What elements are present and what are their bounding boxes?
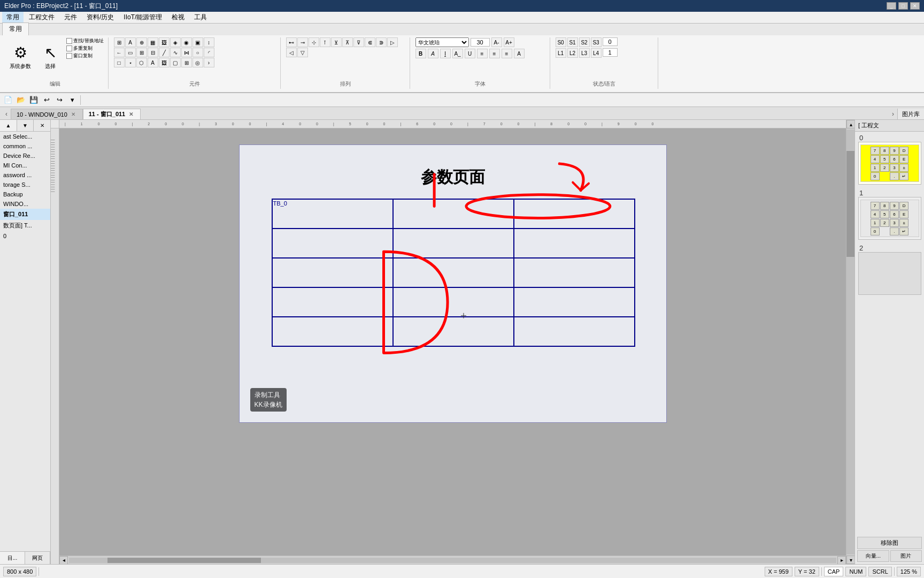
ribbon-btn-选择[interactable]: ↖ 选择 [36, 37, 64, 76]
align-btn-4[interactable]: ⊺ [320, 37, 330, 47]
menu-元件[interactable]: 元件 [60, 12, 81, 23]
font-special-btn[interactable]: A [514, 49, 525, 58]
checkbox-窗口[interactable] [66, 53, 72, 59]
font-bg-btn[interactable]: U [465, 49, 475, 58]
align-btn-2[interactable]: ⊸ [297, 37, 308, 47]
minimize-button[interactable]: _ [887, 2, 896, 10]
elem-btn-1[interactable]: ⊞ [114, 37, 125, 47]
kp-ok[interactable]: ↵ [899, 172, 908, 180]
elem-btn-scroll[interactable]: ↕ [204, 37, 214, 47]
kp1-7[interactable]: 7 [871, 202, 880, 210]
kp-2[interactable]: 2 [880, 164, 889, 172]
align-center-btn[interactable]: ≡ [489, 49, 500, 58]
elem-btn-grid[interactable]: ⊞ [136, 48, 147, 57]
menu-工程文件[interactable]: 工程文件 [25, 12, 59, 23]
align-btn-10[interactable]: ▷ [387, 37, 398, 47]
kp-4[interactable]: 4 [871, 155, 880, 163]
toolbar-redo[interactable]: ↪ [53, 95, 65, 105]
scrollbar-h-track[interactable] [69, 558, 836, 563]
doc-tab-11-close[interactable]: ✕ [127, 111, 135, 118]
canvas-content[interactable]: 参数页面 TB_0 [59, 128, 846, 556]
ribbon-btn-系统参数[interactable]: ⚙ 系统参数 [6, 37, 34, 76]
font-size-input[interactable] [471, 38, 490, 47]
kp1-ok[interactable]: ↵ [899, 227, 908, 235]
elem-btn-table2[interactable]: ⊞ [181, 58, 192, 67]
scrollbar-v-track[interactable] [846, 130, 854, 554]
nav-图片[interactable]: 图片 [890, 550, 922, 562]
menu-工具[interactable]: 工具 [190, 12, 211, 23]
scroll-up-btn[interactable]: ▴ [846, 120, 854, 128]
doc-tab-10-close[interactable]: ✕ [70, 111, 77, 118]
font-increase-btn[interactable]: A+ [504, 37, 514, 47]
elem-btn-star[interactable]: ⋆ [125, 58, 136, 67]
kp-9[interactable]: 9 [890, 147, 899, 155]
elem-btn-frame[interactable]: ▢ [170, 58, 181, 67]
elem-btn-curve[interactable]: ∿ [170, 48, 181, 57]
left-item-6[interactable]: Backup [0, 189, 50, 199]
lang-L2[interactable]: L2 [567, 48, 578, 58]
left-bottom-tab-目[interactable]: 目... [0, 552, 25, 564]
left-item-10[interactable]: 0 [0, 231, 50, 241]
kp-0[interactable]: 0 [871, 172, 880, 180]
ribbon-tab-常用[interactable]: 常用 [2, 22, 29, 35]
left-item-4[interactable]: assword ... [0, 170, 50, 180]
lang-L3[interactable]: L3 [579, 48, 590, 58]
elem-btn-pipe[interactable]: ⊟ [148, 48, 158, 57]
kp-6[interactable]: 6 [890, 155, 899, 163]
elem-btn-7[interactable]: ▣ [192, 37, 203, 47]
lang-num-input[interactable] [603, 48, 618, 57]
elem-btn-box[interactable]: □ [114, 58, 125, 67]
elem-btn-img[interactable]: 🖼 [159, 37, 170, 47]
align-btn-1[interactable]: ⊷ [286, 37, 297, 47]
kp1-8[interactable]: 8 [880, 202, 889, 210]
left-item-9[interactable]: 数页面] T... [0, 220, 50, 231]
state-S3[interactable]: S3 [591, 37, 602, 47]
font-underline-btn[interactable]: I [440, 49, 451, 58]
align-btn-6[interactable]: ⊼ [342, 37, 353, 47]
kp-pm[interactable]: ± [899, 164, 908, 172]
align-btn-11[interactable]: ◁ [286, 48, 297, 57]
elem-btn-circ[interactable]: ○ [192, 48, 203, 57]
kp1-0[interactable]: 0 [871, 227, 880, 235]
tab-prev-btn[interactable]: ‹ [2, 109, 11, 119]
toolbar-dropdown[interactable]: ▾ [66, 95, 78, 105]
kp1-3[interactable]: 3 [890, 219, 899, 227]
elem-btn-5[interactable]: ◈ [170, 37, 181, 47]
kp1-4[interactable]: 4 [871, 210, 880, 218]
toolbar-undo[interactable]: ↩ [41, 95, 52, 105]
kp1-5[interactable]: 5 [880, 210, 889, 218]
doc-tab-10[interactable]: 10 - WINDOW_010 ✕ [11, 109, 83, 119]
left-bottom-tab-网页[interactable]: 网页 [25, 552, 50, 564]
elem-btn-6[interactable]: ◉ [181, 37, 192, 47]
checkbox-多重[interactable] [66, 45, 72, 51]
left-item-8[interactable]: 窗口_011 [0, 209, 50, 220]
state-S1[interactable]: S1 [567, 37, 578, 47]
elem-btn-line1[interactable]: ╱ [159, 48, 170, 57]
align-right-btn[interactable]: ≡ [502, 49, 512, 58]
scrollbar-horizontal[interactable]: ◂ ▸ [59, 556, 846, 564]
doc-tab-11[interactable]: 11 - 窗口_011 ✕ [83, 109, 141, 119]
align-btn-9[interactable]: ⋑ [376, 37, 387, 47]
font-family-select[interactable]: 华文琥珀 [415, 37, 469, 47]
scroll-down-btn[interactable]: ▾ [846, 556, 854, 564]
elem-btn-arrow[interactable]: ← [114, 48, 125, 57]
kp1-dot[interactable]: . [890, 227, 899, 235]
state-S2[interactable]: S2 [579, 37, 590, 47]
kp-dot[interactable]: . [890, 172, 899, 180]
scrollbar-v-thumb[interactable] [846, 151, 854, 257]
elem-btn-hex[interactable]: ⬡ [136, 58, 147, 67]
elem-btn-dot[interactable]: ◎ [192, 58, 203, 67]
elem-btn-arc[interactable]: ◜ [204, 48, 214, 57]
font-italic-btn[interactable]: A [428, 49, 438, 58]
state-S0[interactable]: S0 [556, 37, 566, 47]
scrollbar-vertical[interactable]: ▴ ▾ [846, 120, 854, 564]
left-item-0[interactable]: ast Selec... [0, 132, 50, 141]
scrollbar-h-thumb[interactable] [107, 558, 261, 563]
font-color-btn[interactable]: A_ [452, 49, 463, 58]
nav-向量[interactable]: 向量... [857, 550, 889, 562]
close-button[interactable]: ✕ [910, 2, 920, 10]
toolbar-save[interactable]: 💾 [28, 95, 40, 105]
left-item-2[interactable]: Device Re... [0, 151, 50, 161]
align-btn-8[interactable]: ⋐ [365, 37, 375, 47]
left-item-7[interactable]: WINDO... [0, 199, 50, 209]
